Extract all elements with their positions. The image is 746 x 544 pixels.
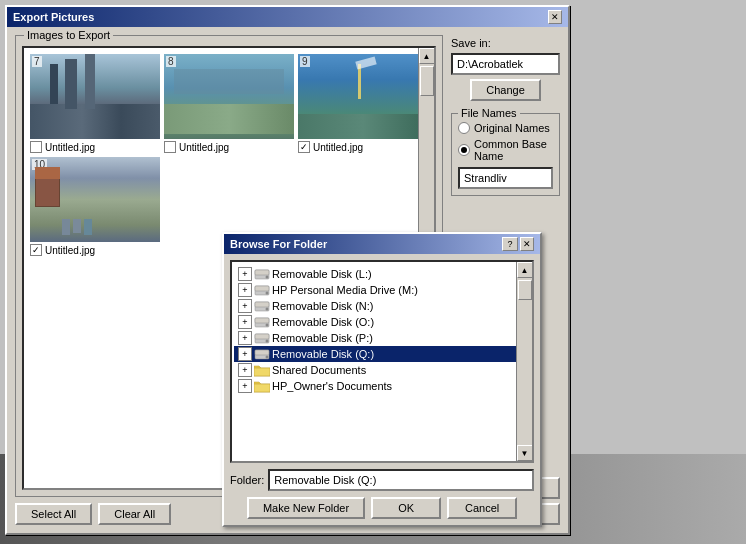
image-number-7: 7 xyxy=(32,56,42,67)
folder-label: Folder: xyxy=(230,474,264,486)
svg-rect-4 xyxy=(255,286,269,291)
svg-rect-10 xyxy=(255,318,269,323)
tree-scroll-thumb[interactable] xyxy=(518,280,532,300)
browse-close-button[interactable]: ✕ xyxy=(520,237,534,251)
image-number-9: 9 xyxy=(300,56,310,67)
drive-icon-0 xyxy=(254,267,270,281)
folder-icon-6 xyxy=(254,364,270,377)
expand-3[interactable]: + xyxy=(238,315,252,329)
svg-rect-18 xyxy=(254,368,270,376)
drive-icon-1 xyxy=(254,283,270,297)
save-in-input[interactable] xyxy=(451,53,560,75)
title-bar-buttons: ✕ xyxy=(548,10,562,24)
drive-icon-3 xyxy=(254,315,270,329)
tree-scrollbar[interactable]: ▲ ▼ xyxy=(516,262,532,461)
main-dialog-title: Export Pictures xyxy=(13,11,94,23)
image-item-7: 7 Untitled.jpg xyxy=(30,54,160,153)
folder-tree[interactable]: + Removable Disk (L:) + HP Personal Medi… xyxy=(230,260,534,463)
ok-button[interactable]: OK xyxy=(371,497,441,519)
tree-item-3[interactable]: + Removable Disk (O:) xyxy=(234,314,530,330)
image-item-10: 10 Untitled. xyxy=(30,157,160,256)
thumbnail-9: 9 xyxy=(298,54,428,139)
tree-item-5[interactable]: + Removable Disk (Q:) xyxy=(234,346,530,362)
svg-rect-1 xyxy=(255,270,269,275)
tree-item-0[interactable]: + Removable Disk (L:) xyxy=(234,266,530,282)
svg-point-11 xyxy=(266,324,269,327)
tree-label-0: Removable Disk (L:) xyxy=(272,268,372,280)
close-button[interactable]: ✕ xyxy=(548,10,562,24)
browse-folder-dialog: Browse For Folder ? ✕ + Removable Disk (… xyxy=(222,232,542,527)
expand-5[interactable]: + xyxy=(238,347,252,361)
common-base-input[interactable] xyxy=(458,167,553,189)
svg-point-2 xyxy=(266,276,269,279)
expand-0[interactable]: + xyxy=(238,267,252,281)
tree-scroll-up[interactable]: ▲ xyxy=(517,262,533,278)
tree-item-2[interactable]: + Removable Disk (N:) xyxy=(234,298,530,314)
browse-title-bar: Browse For Folder ? ✕ xyxy=(224,234,540,254)
radio-original-label: Original Names xyxy=(474,122,550,134)
cancel-button-browse[interactable]: Cancel xyxy=(447,497,517,519)
radio-group: Original Names Common Base Name xyxy=(458,122,553,162)
images-grid: 7 Untitled.jpg xyxy=(24,48,434,262)
image-label-7: Untitled.jpg xyxy=(30,141,95,153)
expand-4[interactable]: + xyxy=(238,331,252,345)
expand-1[interactable]: + xyxy=(238,283,252,297)
svg-point-17 xyxy=(266,356,269,359)
tree-item-7[interactable]: + HP_Owner's Documents xyxy=(234,378,530,394)
tree-label-3: Removable Disk (O:) xyxy=(272,316,374,328)
browse-title-buttons: ? ✕ xyxy=(502,237,534,251)
checkbox-8[interactable] xyxy=(164,141,176,153)
tree-label-6: Shared Documents xyxy=(272,364,366,376)
svg-rect-7 xyxy=(255,302,269,307)
image-item-9: 9 Untitled.jpg xyxy=(298,54,428,153)
select-all-button[interactable]: Select All xyxy=(15,503,92,525)
make-new-folder-button[interactable]: Make New Folder xyxy=(247,497,365,519)
drive-icon-2 xyxy=(254,299,270,313)
checkbox-7[interactable] xyxy=(30,141,42,153)
browse-content: + Removable Disk (L:) + HP Personal Medi… xyxy=(224,254,540,525)
svg-point-8 xyxy=(266,308,269,311)
tree-label-7: HP_Owner's Documents xyxy=(272,380,392,392)
expand-6[interactable]: + xyxy=(238,363,252,377)
radio-item-original: Original Names xyxy=(458,122,553,134)
tree-label-2: Removable Disk (N:) xyxy=(272,300,373,312)
image-item-8: 8 Untitled.jpg xyxy=(164,54,294,153)
tree-item-4[interactable]: + Removable Disk (P:) xyxy=(234,330,530,346)
clear-all-button[interactable]: Clear All xyxy=(98,503,171,525)
svg-rect-16 xyxy=(255,350,269,355)
thumbnail-8: 8 xyxy=(164,54,294,139)
file-names-group: File Names Original Names Common Base Na… xyxy=(451,113,560,196)
folder-icon-7 xyxy=(254,380,270,393)
svg-point-14 xyxy=(266,340,269,343)
images-group-label: Images to Export xyxy=(24,29,113,41)
tree-item-6[interactable]: + Shared Documents xyxy=(234,362,530,378)
tree-list: + Removable Disk (L:) + HP Personal Medi… xyxy=(232,262,532,398)
expand-2[interactable]: + xyxy=(238,299,252,313)
image-label-8: Untitled.jpg xyxy=(164,141,229,153)
image-name-10: Untitled.jpg xyxy=(45,245,95,256)
save-in-section: Save in: Change xyxy=(451,37,560,101)
tree-item-1[interactable]: + HP Personal Media Drive (M:) xyxy=(234,282,530,298)
radio-item-common: Common Base Name xyxy=(458,138,553,162)
tree-scroll-down[interactable]: ▼ xyxy=(517,445,533,461)
help-button[interactable]: ? xyxy=(502,237,518,251)
browse-buttons: Make New Folder OK Cancel xyxy=(230,497,534,519)
change-button[interactable]: Change xyxy=(470,79,541,101)
radio-original[interactable] xyxy=(458,122,470,134)
browse-dialog-title: Browse For Folder xyxy=(230,238,327,250)
expand-7[interactable]: + xyxy=(238,379,252,393)
scroll-thumb[interactable] xyxy=(420,66,434,96)
svg-rect-13 xyxy=(255,334,269,339)
radio-common[interactable] xyxy=(458,144,470,156)
thumbnail-10: 10 xyxy=(30,157,160,242)
main-title-bar: Export Pictures ✕ xyxy=(7,7,568,27)
checkbox-9[interactable] xyxy=(298,141,310,153)
image-name-9: Untitled.jpg xyxy=(313,142,363,153)
image-name-7: Untitled.jpg xyxy=(45,142,95,153)
checkbox-10[interactable] xyxy=(30,244,42,256)
folder-input[interactable] xyxy=(268,469,534,491)
image-number-8: 8 xyxy=(166,56,176,67)
folder-input-area: Folder: xyxy=(230,469,534,491)
image-label-10: Untitled.jpg xyxy=(30,244,95,256)
scroll-up[interactable]: ▲ xyxy=(419,48,435,64)
